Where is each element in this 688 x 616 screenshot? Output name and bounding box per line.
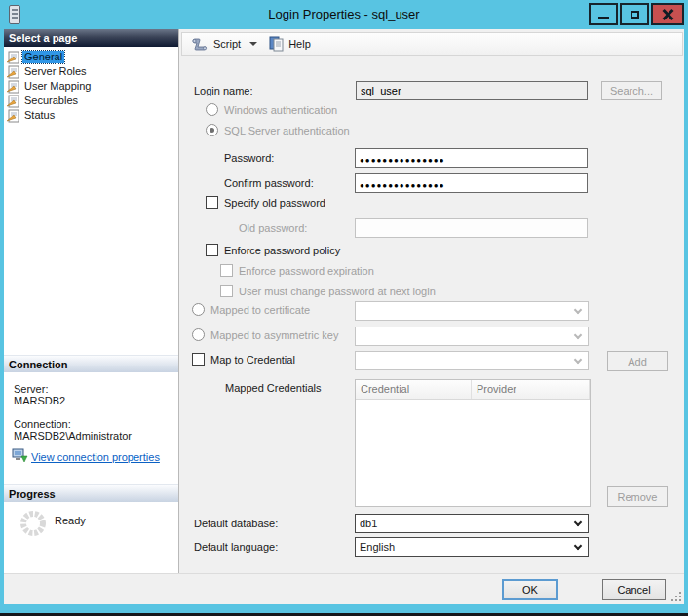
enforce-password-policy-label: Enforce password policy xyxy=(224,245,340,256)
confirm-password-input[interactable] xyxy=(355,173,588,193)
sidebar-item-label: Securables xyxy=(22,95,80,107)
select-page-header: Select a page xyxy=(4,29,178,47)
asymmetric-key-combobox[interactable] xyxy=(355,327,589,346)
login-properties-window: Login Properties - sql_user Select a pag… xyxy=(0,0,688,616)
enforce-password-expiration-checkbox[interactable] xyxy=(220,264,233,277)
maximize-icon xyxy=(631,11,639,19)
script-button[interactable]: Script xyxy=(213,38,241,50)
combo-chevron-icon xyxy=(574,306,582,314)
page-icon xyxy=(6,109,22,123)
windows-auth-label: Windows authentication xyxy=(224,104,337,116)
old-password-label: Old password: xyxy=(239,222,307,234)
connection-value: MARSDB2\Administrator xyxy=(14,430,132,442)
help-icon xyxy=(268,36,284,52)
connection-header: Connection xyxy=(4,355,178,372)
windows-auth-radio[interactable] xyxy=(206,103,218,116)
close-button[interactable] xyxy=(651,3,684,25)
remove-button[interactable]: Remove xyxy=(607,486,668,507)
login-name-label: Login name: xyxy=(194,85,253,96)
default-database-combobox[interactable]: db1 xyxy=(355,514,589,533)
resize-grip-icon[interactable] xyxy=(671,592,681,601)
login-name-input[interactable] xyxy=(356,81,588,100)
combo-chevron-icon xyxy=(574,356,582,364)
mapped-credentials-label: Mapped Credentials xyxy=(225,382,321,394)
sidebar-item-securables[interactable]: Securables xyxy=(6,94,80,108)
progress-spinner-icon xyxy=(18,508,49,539)
specify-old-password-checkbox[interactable] xyxy=(206,196,218,209)
toolbar: Script Help xyxy=(181,32,683,56)
progress-header: Progress xyxy=(4,484,178,502)
password-input[interactable] xyxy=(355,148,588,168)
combo-chevron-icon xyxy=(574,519,582,526)
default-language-combobox[interactable]: English xyxy=(355,537,589,557)
window-title: Login Properties - sql_user xyxy=(0,7,688,21)
add-button[interactable]: Add xyxy=(607,351,668,371)
mapped-credentials-table[interactable]: Credential Provider xyxy=(355,379,591,507)
sidebar-item-status[interactable]: Status xyxy=(6,108,57,123)
must-change-password-label: User must change password at next login xyxy=(239,286,436,297)
confirm-password-label: Confirm password: xyxy=(224,177,314,189)
map-to-credential-label: Map to Credential xyxy=(210,354,295,366)
connection-properties-icon xyxy=(12,448,28,463)
credential-column-header[interactable]: Credential xyxy=(356,380,472,399)
default-language-value: English xyxy=(360,541,395,553)
sidebar-item-label: Status xyxy=(22,109,57,122)
table-header-row: Credential Provider xyxy=(356,380,590,400)
ok-button[interactable]: OK xyxy=(502,579,558,600)
minimize-icon xyxy=(598,17,609,19)
sidebar-item-label: Server Roles xyxy=(22,65,89,78)
password-label: Password: xyxy=(224,152,274,164)
default-database-label: Default database: xyxy=(194,518,278,529)
view-connection-properties-link[interactable]: View connection properties xyxy=(31,451,160,463)
server-label: Server: xyxy=(14,383,48,395)
sidebar-item-general[interactable]: General xyxy=(6,50,64,64)
script-dropdown-arrow-icon[interactable] xyxy=(249,42,257,46)
enforce-password-expiration-label: Enforce password expiration xyxy=(239,265,374,277)
provider-column-header[interactable]: Provider xyxy=(472,380,590,399)
progress-status: Ready xyxy=(55,515,86,526)
enforce-password-policy-checkbox[interactable] xyxy=(206,244,218,256)
mapped-to-asymmetric-key-radio[interactable] xyxy=(192,328,205,341)
sidebar-item-label: General xyxy=(22,51,64,63)
specify-old-password-label: Specify old password xyxy=(224,197,325,209)
script-icon xyxy=(191,36,209,52)
mapped-to-certificate-radio[interactable] xyxy=(192,303,205,316)
dialog-body: Select a page General Server Roles User … xyxy=(4,29,684,604)
sql-auth-label: SQL Server authentication xyxy=(224,125,350,136)
sidebar: Select a page General Server Roles User … xyxy=(4,29,179,573)
search-button[interactable]: Search... xyxy=(601,81,662,100)
close-icon xyxy=(662,9,673,20)
credential-combobox[interactable] xyxy=(355,351,589,370)
page-icon xyxy=(6,80,22,94)
server-value: MARSDB2 xyxy=(14,395,65,406)
sidebar-item-server-roles[interactable]: Server Roles xyxy=(6,64,89,79)
combo-chevron-icon xyxy=(574,331,582,339)
footer: OK Cancel xyxy=(4,573,684,604)
must-change-password-checkbox[interactable] xyxy=(220,285,233,297)
titlebar[interactable]: Login Properties - sql_user xyxy=(0,0,688,29)
mapped-to-asymmetric-key-label: Mapped to asymmetric key xyxy=(210,329,338,341)
sidebar-item-user-mapping[interactable]: User Mapping xyxy=(6,79,93,94)
help-button[interactable]: Help xyxy=(288,38,311,50)
page-icon xyxy=(6,51,22,64)
general-page-content: Script Help Login name: Search... Window… xyxy=(180,29,684,573)
maximize-button[interactable] xyxy=(620,3,649,25)
sidebar-item-label: User Mapping xyxy=(22,80,93,93)
certificate-combobox[interactable] xyxy=(355,301,589,321)
page-icon xyxy=(6,95,22,108)
mapped-to-certificate-label: Mapped to certificate xyxy=(210,304,310,316)
default-database-value: db1 xyxy=(360,518,377,529)
cancel-button[interactable]: Cancel xyxy=(602,579,666,600)
connection-label: Connection: xyxy=(14,418,71,430)
page-icon xyxy=(6,65,22,79)
map-to-credential-checkbox[interactable] xyxy=(192,353,205,366)
combo-chevron-icon xyxy=(574,542,582,550)
sql-auth-radio[interactable] xyxy=(206,124,218,136)
old-password-input[interactable] xyxy=(355,218,588,238)
default-language-label: Default language: xyxy=(194,541,278,553)
minimize-button[interactable] xyxy=(589,3,618,25)
